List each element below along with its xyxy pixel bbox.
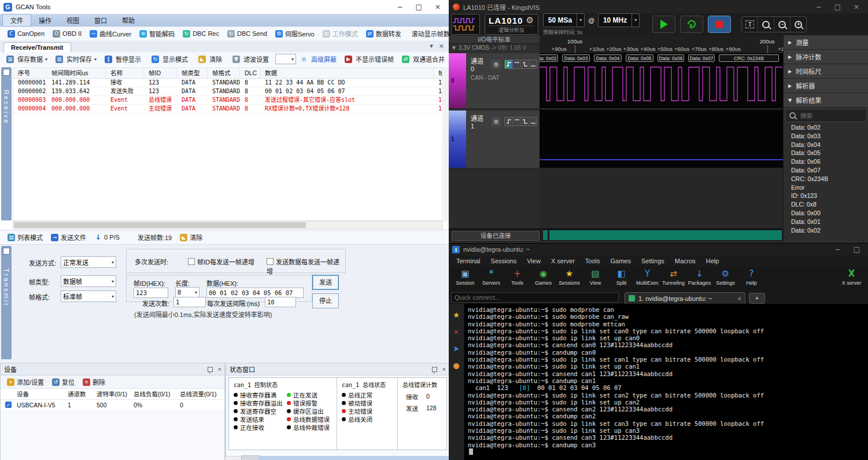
vertical-scrollbar[interactable] — [444, 67, 449, 221]
toolbar-button[interactable]: ▼ 滤波设置 — [228, 54, 275, 64]
toolbar-button[interactable]: ◉ Games — [530, 268, 556, 286]
waveform-area[interactable]: Data: 0x02Data: 0x03Data: 0x04Data: 0x05… — [540, 53, 783, 229]
menu-item[interactable]: Macros — [670, 257, 701, 264]
send-mode-select[interactable]: 正常发送▾ — [61, 256, 116, 268]
device-column-header[interactable]: 总线流量(0/1) — [180, 389, 225, 399]
toolbar-button[interactable]: ⇄ Tunneling — [660, 268, 686, 286]
terminal-output[interactable]: nvidia@tegra-ubuntu:~$ sudo modprobe can… — [464, 304, 868, 460]
sidebar-icon[interactable]: ● — [453, 361, 459, 370]
device-column-header[interactable]: 设备 — [17, 389, 68, 399]
horizontal-scrollbar[interactable] — [13, 221, 443, 229]
close-button[interactable]: × — [854, 3, 859, 11]
transmit-side-tab[interactable]: Transmit — [1, 246, 12, 359]
toolbar-button[interactable]: ↻ 显示模式 — [147, 54, 194, 64]
stop-capture-button[interactable] — [708, 16, 731, 33]
column-header[interactable]: 名称 — [106, 68, 144, 78]
toolbar-button[interactable]: O OBD II — [49, 30, 86, 38]
device-toolbar-button[interactable]: + 添加/设置 — [3, 377, 48, 387]
kingstvis-titlebar[interactable]: LA1010 已连接 - KingstVIS − □ × — [449, 0, 868, 14]
table-row[interactable]: 00000003 000.000.000 Event 总线错误 DATA STA… — [13, 96, 442, 105]
toolbar-button[interactable]: 发送帧数:19 — [124, 233, 176, 242]
panel-collapse-icon[interactable]: ▾ — [430, 42, 433, 50]
pin-icon[interactable] — [208, 367, 213, 372]
terminal-titlebar[interactable]: ▮ nvidia@tegra-ubuntu: ~ − □ — [449, 244, 868, 255]
toolbar-button[interactable]: ▥ 实时保存 ▾ — [51, 54, 101, 64]
toolbar-button[interactable]: ◧ Split — [608, 268, 634, 286]
parse-result-item[interactable]: CRC: 0x234B — [784, 175, 868, 183]
sidebar-icon[interactable]: ➤ — [453, 344, 460, 353]
minimize-button[interactable]: − — [397, 3, 403, 11]
tab-receive-transmit[interactable]: Receive/Transmit — [3, 42, 71, 52]
panel-close-icon[interactable]: × — [439, 42, 444, 50]
sidebar-section-header[interactable]: ▶ 脉冲计数 — [784, 50, 868, 64]
trigger-high-icon[interactable] — [513, 117, 521, 126]
device-name-box[interactable]: LA1010⚙ 逻辑分析仪 — [485, 14, 538, 35]
sidebar-icon[interactable]: ★ — [453, 311, 460, 319]
toolbar-button[interactable]: ⇄ 数据转发 — [362, 29, 405, 38]
new-tab-button[interactable]: + — [749, 293, 765, 304]
table-row[interactable]: 00000001 141.289.114 接收 123 DATA STANDAR… — [13, 79, 442, 87]
parse-result-item[interactable]: Data: 0x06 — [784, 157, 868, 166]
scrollbar-thumb[interactable] — [14, 222, 306, 228]
filter-combobox[interactable]: ▾ — [275, 54, 296, 64]
toolbar-button[interactable]: ↓ 0 P/S — [90, 234, 124, 241]
dock-tab-stub[interactable] — [241, 455, 260, 460]
parse-result-item[interactable]: Data: 0x00 — [784, 209, 868, 218]
io-level-header[interactable]: I/O电平标准 ▼ 3.3V CMOS -> Vth: 1.65 V — [449, 35, 540, 54]
start-button[interactable] — [652, 16, 675, 33]
device-column-header[interactable]: 通道数 — [68, 389, 97, 399]
device-column-header[interactable]: 波特率(0/1) — [97, 389, 134, 399]
parse-result-item[interactable]: Data: 0x01 — [784, 218, 868, 226]
channel1-gear-icon[interactable]: ⚙ — [492, 117, 501, 126]
menu-item[interactable]: Terminal — [451, 257, 486, 264]
toolbar-button[interactable]: ▶ 不显示错误帧 — [341, 54, 398, 64]
sample-depth-select[interactable]: 50 MSa▾ — [543, 13, 585, 27]
transmit-checkbox[interactable] — [3, 248, 10, 255]
sidebar-section-header[interactable]: ▶ 解析器 — [784, 79, 868, 93]
loop-run-button[interactable] — [680, 16, 703, 33]
table-row[interactable]: 00000004 000.000.000 Event 主动错误 DATA STA… — [13, 105, 442, 113]
trigger-low-icon[interactable] — [529, 60, 537, 68]
parse-result-item[interactable]: Data: 0x03 — [784, 132, 868, 141]
parse-result-item[interactable]: Data: 0x07 — [784, 166, 868, 175]
toolbar-button[interactable]: Y MultiExec — [634, 268, 660, 286]
menu-item[interactable]: Settings — [636, 257, 670, 264]
menu-item[interactable]: 操作 — [31, 14, 59, 26]
toolbar-button[interactable]: ⚙ Settings — [712, 268, 738, 286]
maximize-button[interactable]: □ — [854, 245, 860, 253]
frame-type-select[interactable]: 数据帧▾ — [61, 275, 116, 287]
table-row[interactable]: 00000002 139.033.642 发送失败 123 DATA STAND… — [13, 87, 442, 96]
parse-result-item[interactable]: Data: 0x02 — [784, 226, 868, 235]
device-toolbar-button[interactable]: ↺ 复位 — [48, 377, 79, 387]
toolbar-button[interactable]: ↻ DBC Send — [223, 30, 271, 38]
column-header[interactable]: 帧间隔时间us — [47, 68, 106, 78]
id-increment-checkbox[interactable]: 帧ID每发送一帧递增 — [188, 257, 254, 266]
results-search-box[interactable] — [785, 109, 867, 122]
channel1-color-strip[interactable]: 1 — [449, 111, 466, 168]
parse-result-item[interactable]: DLC: 0x8 — [784, 200, 868, 209]
toolbar-button[interactable]: ↻ DBC Rec — [179, 30, 223, 38]
parse-result-item[interactable]: ID: 0x123 — [784, 192, 868, 200]
trigger-falling-edge-icon[interactable] — [521, 117, 529, 126]
toolbar-button[interactable]: ▤ View — [582, 268, 608, 286]
toolbar-button[interactable]: ★ Sessions — [556, 268, 582, 286]
parse-result-item[interactable]: Data: 0x05 — [784, 149, 868, 157]
menu-item[interactable]: View — [522, 257, 546, 264]
trigger-rising-edge-icon[interactable] — [505, 60, 513, 68]
toolbar-button[interactable]: ≡ 智能解码 — [135, 29, 179, 38]
column-header[interactable]: 序号 — [13, 68, 47, 78]
send-count-input[interactable] — [173, 297, 206, 307]
parse-result-item[interactable]: Data: 0x04 — [784, 141, 868, 149]
toolbar-button[interactable]: ◣ 清除 — [194, 54, 228, 64]
channel0-name[interactable]: 通道 0 — [471, 56, 488, 72]
maximize-button[interactable]: □ — [834, 3, 841, 11]
parse-result-item[interactable]: Data: 0x02 — [784, 123, 868, 132]
tab-close-icon[interactable]: × — [738, 295, 741, 302]
zoom-in-button[interactable]: + — [791, 17, 806, 32]
menu-item[interactable]: X server — [546, 257, 580, 264]
sidebar-section-header[interactable]: ▶ 测量 — [784, 35, 868, 50]
toolbar-button[interactable]: + Tools — [504, 268, 530, 286]
terminal-body[interactable]: ★×➤● nvidia@tegra-ubuntu:~$ sudo modprob… — [449, 304, 868, 460]
search-input[interactable] — [799, 112, 859, 120]
close-icon[interactable]: × — [442, 366, 446, 373]
